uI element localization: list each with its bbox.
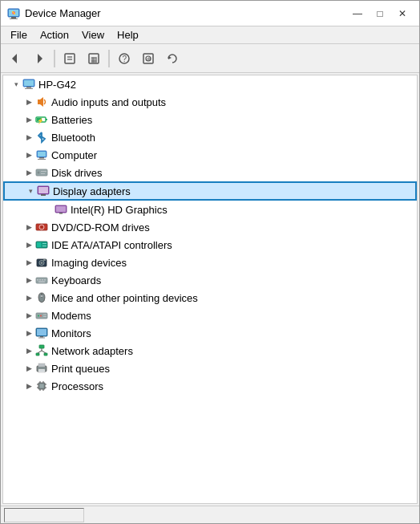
batteries-expand-icon[interactable]: ▶	[22, 113, 35, 126]
imaging-label: Imaging devices	[51, 257, 127, 269]
svg-rect-47	[42, 243, 46, 244]
monitors-expand-icon[interactable]: ▶	[22, 327, 35, 339]
close-button[interactable]: ✕	[392, 6, 413, 22]
tree-item-imaging[interactable]: ▶ Imaging devices	[3, 254, 417, 271]
maximize-button[interactable]: □	[370, 6, 390, 22]
svg-marker-23	[38, 97, 43, 107]
tree-item-print[interactable]: ▶ Print queues	[3, 359, 417, 377]
display-icon	[37, 185, 50, 197]
svg-text:⊕: ⊕	[147, 56, 151, 62]
bluetooth-icon	[35, 131, 48, 144]
back-button[interactable]	[4, 47, 26, 70]
toolbar: ▦ ? ⊕	[1, 44, 419, 73]
svg-rect-35	[41, 173, 45, 174]
menu-bar: File Action View Help	[1, 26, 419, 44]
audio-icon	[35, 95, 48, 108]
menu-file[interactable]: File	[4, 27, 34, 43]
properties-button[interactable]	[59, 47, 81, 70]
svg-rect-46	[37, 242, 41, 247]
svg-text:⚡: ⚡	[37, 117, 44, 124]
svg-rect-58	[38, 282, 45, 283]
refresh-button[interactable]	[161, 47, 184, 70]
keyboards-expand-icon[interactable]: ▶	[22, 274, 35, 286]
network-expand-icon[interactable]: ▶	[22, 344, 35, 357]
svg-rect-21	[26, 87, 31, 88]
tree-item-network[interactable]: ▶ Network adapters	[3, 342, 417, 359]
disk-expand-icon[interactable]: ▶	[22, 166, 35, 179]
tree-root[interactable]: ▾ HP-G42	[3, 75, 417, 93]
help-button[interactable]: ?	[113, 47, 135, 70]
svg-rect-57	[44, 279, 46, 281]
scan-button[interactable]: ⊕	[137, 47, 160, 70]
svg-marker-18	[168, 56, 172, 59]
disk-icon	[35, 166, 48, 179]
print-expand-icon[interactable]: ▶	[22, 362, 35, 375]
content-area: ▾ HP-G42 ▶	[1, 73, 419, 506]
ide-icon	[35, 238, 48, 251]
imaging-expand-icon[interactable]: ▶	[22, 256, 35, 269]
audio-expand-icon[interactable]: ▶	[22, 95, 35, 108]
svg-rect-2	[10, 18, 18, 19]
tree-item-disk[interactable]: ▶ Disk drives	[3, 164, 417, 181]
battery-icon: ⚡	[35, 113, 48, 126]
tree-item-mice[interactable]: ▶ Mice and other pointing devices	[3, 289, 417, 307]
minimize-button[interactable]: —	[347, 6, 368, 22]
svg-rect-38	[41, 194, 46, 196]
tree-item-modems[interactable]: ▶ Modems	[3, 307, 417, 324]
tree-item-audio[interactable]: ▶ Audio inputs and outputs	[3, 93, 417, 111]
tree-item-display[interactable]: ▾ Display adapters	[3, 181, 417, 201]
imaging-icon	[35, 256, 48, 269]
intel-graphics-icon	[55, 203, 67, 216]
svg-point-33	[38, 172, 40, 174]
svg-point-44	[41, 226, 42, 228]
print-label: Print queues	[51, 363, 110, 375]
root-expand-icon[interactable]: ▾	[10, 78, 22, 91]
svg-text:▦: ▦	[91, 55, 98, 63]
svg-rect-65	[43, 316, 46, 317]
processors-expand-icon[interactable]: ▶	[22, 380, 35, 392]
svg-rect-30	[39, 157, 44, 159]
intel-graphics-label: Intel(R) HD Graphics	[71, 204, 168, 216]
processor-icon	[35, 380, 48, 392]
tree-item-monitors[interactable]: ▶ Monitors	[3, 324, 417, 342]
monitor-icon	[35, 327, 48, 339]
svg-rect-81	[40, 384, 44, 388]
svg-rect-68	[40, 336, 43, 338]
svg-rect-70	[39, 345, 44, 348]
computer-node-icon	[35, 148, 48, 161]
tree-item-computer[interactable]: ▶ Computer	[3, 146, 417, 164]
tree-item-intel-graphics[interactable]: ▶ Intel(R) HD Graphics	[3, 201, 417, 218]
menu-action[interactable]: Action	[34, 27, 75, 43]
update-driver-button[interactable]: ▦	[83, 47, 105, 70]
svg-rect-79	[39, 371, 44, 372]
display-expand-icon[interactable]: ▾	[24, 185, 37, 197]
mice-label: Mice and other pointing devices	[51, 292, 198, 304]
modems-label: Modems	[51, 310, 91, 322]
svg-rect-64	[43, 315, 46, 315]
forward-button[interactable]	[28, 47, 50, 70]
menu-view[interactable]: View	[75, 27, 111, 43]
modems-expand-icon[interactable]: ▶	[22, 309, 35, 322]
toolbar-separator-1	[54, 50, 55, 67]
dvd-expand-icon[interactable]: ▶	[22, 221, 35, 234]
tree-item-bluetooth[interactable]: ▶ Bluetooth	[3, 128, 417, 146]
ide-expand-icon[interactable]: ▶	[22, 238, 35, 251]
tree-item-ide[interactable]: ▶ IDE ATA/ATAPI controllers	[3, 236, 417, 254]
bluetooth-expand-icon[interactable]: ▶	[22, 131, 35, 144]
ide-label: IDE ATA/ATAPI controllers	[51, 239, 172, 251]
tree-item-processors[interactable]: ▶ Processors	[3, 377, 417, 395]
tree-item-dvd[interactable]: ▶ DVD/CD-ROM drives	[3, 218, 417, 236]
computer-expand-icon[interactable]: ▶	[22, 148, 35, 161]
device-manager-window: Device Manager — □ ✕ File Action View He…	[0, 0, 420, 524]
processors-label: Processors	[51, 380, 103, 392]
mice-expand-icon[interactable]: ▶	[22, 291, 35, 304]
keyboard-icon	[35, 274, 48, 286]
network-icon	[35, 344, 48, 357]
computer-label: Computer	[51, 149, 97, 161]
tree-view[interactable]: ▾ HP-G42 ▶	[2, 75, 418, 504]
root-label: HP-G42	[38, 79, 76, 91]
tree-item-keyboards[interactable]: ▶ Keyboards	[3, 271, 417, 289]
menu-help[interactable]: Help	[111, 27, 145, 43]
svg-line-75	[42, 351, 46, 353]
tree-item-batteries[interactable]: ▶ ⚡ Batteries	[3, 111, 417, 128]
